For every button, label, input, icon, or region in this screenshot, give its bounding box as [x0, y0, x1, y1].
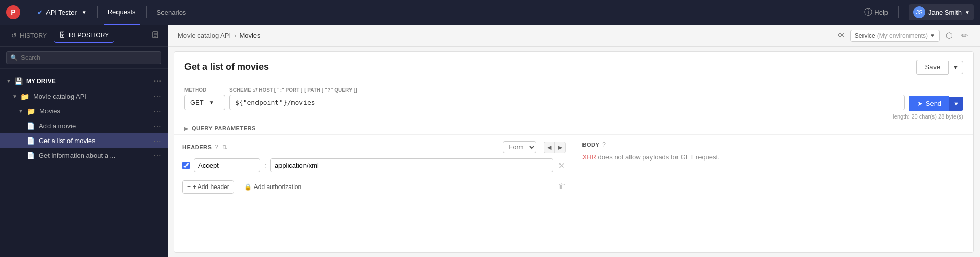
url-input[interactable] [229, 95, 905, 110]
my-drive-header: ▼ 💾 MY DRIVE ⋯ [0, 73, 168, 89]
movies-caret-icon: ▼ [18, 108, 24, 114]
add-header-button[interactable]: + + Add header [182, 180, 234, 194]
folder-icon: 📁 [20, 92, 29, 101]
add-auth-button[interactable]: 🔒 Add authorization [240, 181, 306, 193]
arrow-right-button[interactable]: ▶ [554, 142, 566, 153]
sidebar: ↺ HISTORY 🗄 REPOSITORY 🔍 ▼ 💾 MY DRIVE [0, 25, 168, 257]
nav-divider-2 [97, 6, 98, 18]
search-input[interactable] [6, 51, 161, 64]
header-colon-0: : [264, 161, 266, 170]
doc-icon[interactable] [149, 29, 161, 42]
help-button[interactable]: ⓘ Help [864, 7, 888, 18]
app-logo: P [6, 5, 20, 19]
api-tester-icon: ✔ [37, 9, 43, 16]
nav-scenarios[interactable]: Scenarios [153, 0, 191, 25]
user-avatar: JS [913, 6, 925, 18]
file-icon-add: 📄 [27, 122, 35, 130]
headers-panel: HEADERS ? ⇅ Form ◀ ▶ [174, 135, 574, 252]
body-info-icon[interactable]: ? [602, 141, 606, 148]
tree-item-add-movie[interactable]: 📄 Add a movie ⋯ [0, 119, 168, 133]
catalog-actions-icon[interactable]: ⋯ [153, 91, 161, 101]
url-row: METHOD GET ▼ SCHEME :// HOST [ ":" PORT … [174, 81, 973, 116]
nav-right: ⓘ Help JS Jane Smith ▼ [864, 4, 974, 20]
tree-item-get-info[interactable]: 📄 Get information about a ... ⋯ [0, 148, 168, 163]
url-input-wrap: SCHEME :// HOST [ ":" PORT ] [ PATH [ "?… [229, 87, 905, 110]
xhr-message: XHR does not allow payloads for GET requ… [582, 153, 966, 161]
main-content: Movie catalog API › Movies 👁 Service (My… [168, 25, 980, 257]
movies-actions-icon[interactable]: ⋯ [153, 106, 161, 116]
share-icon[interactable]: ⬡ [944, 29, 955, 42]
method-caret-icon: ▼ [209, 100, 214, 105]
plus-icon: + [187, 183, 191, 191]
section-caret-icon: ▼ [6, 78, 11, 84]
service-selector[interactable]: Service (My environments) ▼ [850, 30, 940, 42]
char-count: length: 20 char(s) 28 byte(s) [174, 113, 973, 120]
headers-info-icon[interactable]: ? [215, 144, 218, 151]
body-title-row: BODY ? [582, 141, 966, 148]
save-button[interactable]: Save [916, 60, 948, 75]
panels-row: HEADERS ? ⇅ Form ◀ ▶ [174, 135, 973, 252]
service-value: (My environments) [877, 32, 928, 39]
body-label: BODY [582, 142, 600, 148]
breadcrumb-movies[interactable]: Movies [239, 32, 260, 39]
request-title: Get a list of movies [184, 62, 269, 73]
service-label: Service [855, 32, 875, 39]
movies-folder-icon: 📁 [27, 107, 35, 115]
save-caret-button[interactable]: ▼ [948, 61, 963, 74]
header-value-0[interactable] [270, 158, 553, 172]
get-movies-actions-icon[interactable]: ⋯ [153, 136, 161, 146]
tree-caret-icon: ▼ [12, 94, 17, 99]
file-icon-list: 📄 [27, 137, 35, 145]
get-info-actions-icon[interactable]: ⋯ [153, 151, 161, 160]
tab-history[interactable]: ↺ HISTORY [6, 29, 52, 42]
app-title[interactable]: ✔ API Tester ▼ [33, 0, 91, 25]
delete-all-icon[interactable]: 🗑 [558, 182, 566, 190]
lock-icon: 🔒 [244, 183, 252, 191]
query-toggle-icon[interactable]: ▶ [184, 126, 189, 131]
footer-btns: + + Add header 🔒 Add authorization 🗑 [182, 178, 566, 194]
breadcrumb-right: 👁 Service (My environments) ▼ ⬡ ✏ [838, 29, 970, 42]
query-params-label: QUERY PARAMETERS [192, 125, 256, 131]
breadcrumb-movie-catalog[interactable]: Movie catalog API [178, 32, 231, 39]
send-icon: ➤ [917, 100, 923, 107]
app-title-caret-icon: ▼ [82, 10, 87, 15]
my-drive-actions-icon[interactable]: ⋯ [153, 76, 161, 86]
help-icon: ⓘ [864, 7, 872, 18]
header-delete-0[interactable]: ✕ [557, 160, 566, 171]
sort-icon[interactable]: ⇅ [222, 144, 227, 151]
arrow-left-button[interactable]: ◀ [544, 142, 554, 153]
eye-icon[interactable]: 👁 [838, 31, 846, 40]
header-checkbox-0[interactable] [182, 162, 190, 169]
tab-repository[interactable]: 🗄 REPOSITORY [54, 28, 114, 43]
headers-title-row: HEADERS ? ⇅ Form ◀ ▶ [182, 141, 566, 153]
body-panel: BODY ? XHR does not allow payloads for G… [574, 135, 974, 252]
file-icon-info: 📄 [27, 152, 35, 159]
user-menu-caret-icon: ▼ [965, 10, 970, 15]
header-row-0: : ✕ [182, 158, 566, 172]
tree-item-movies[interactable]: ▼ 📁 Movies ⋯ [0, 104, 168, 119]
method-label: METHOD [184, 87, 225, 93]
request-header-row: Get a list of movies Save ▼ [174, 52, 973, 81]
main-layout: ↺ HISTORY 🗄 REPOSITORY 🔍 ▼ 💾 MY DRIVE [0, 25, 980, 257]
sidebar-search-bar: 🔍 [0, 47, 168, 69]
user-menu-button[interactable]: JS Jane Smith ▼ [909, 4, 974, 20]
sidebar-tabs: ↺ HISTORY 🗄 REPOSITORY [0, 25, 168, 47]
form-select[interactable]: Form [503, 141, 536, 153]
tree-item-get-movies[interactable]: 📄 Get a list of movies ⋯ [0, 133, 168, 148]
request-panel: Get a list of movies Save ▼ METHOD GET ▼… [174, 51, 974, 253]
send-button[interactable]: ➤ Send [909, 96, 949, 111]
breadcrumb-sep-1: › [234, 32, 236, 39]
method-select[interactable]: GET ▼ [184, 95, 225, 110]
arrow-nav: ◀ ▶ [544, 142, 566, 153]
send-caret-button[interactable]: ▼ [949, 97, 963, 111]
header-key-0[interactable] [194, 158, 260, 172]
tree-item-movie-catalog-api[interactable]: ▼ 📁 Movie catalog API ⋯ [0, 89, 168, 104]
send-btn-wrap: ➤ Send ▼ [909, 96, 963, 111]
drive-icon: 💾 [14, 77, 23, 85]
nav-requests[interactable]: Requests [104, 0, 140, 25]
method-wrap: METHOD GET ▼ [184, 87, 225, 110]
add-movie-actions-icon[interactable]: ⋯ [153, 121, 161, 131]
user-name: Jane Smith [928, 9, 962, 16]
query-params-row[interactable]: ▶ QUERY PARAMETERS [174, 122, 973, 135]
edit-icon[interactable]: ✏ [959, 29, 970, 42]
